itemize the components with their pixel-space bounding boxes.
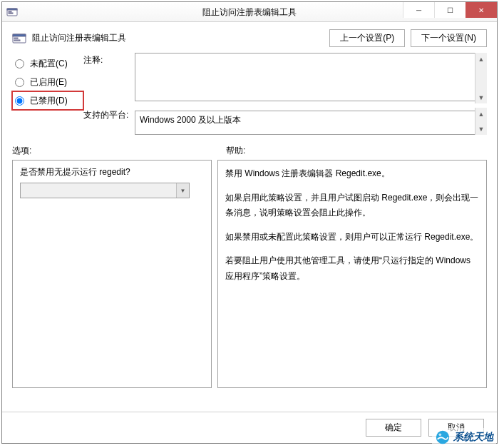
radio-not-configured[interactable]: 未配置(C) [12, 54, 83, 73]
ok-button[interactable]: 确定 [366, 419, 421, 437]
comment-textarea[interactable] [135, 53, 484, 101]
cancel-button[interactable]: 取消 [428, 419, 484, 437]
radio-enabled-label: 已启用(E) [30, 76, 67, 88]
previous-setting-button[interactable]: 上一个设置(P) [329, 29, 405, 47]
help-label: 帮助: [226, 145, 245, 157]
scroll-down-icon: ▼ [475, 123, 487, 135]
svg-rect-5 [13, 34, 26, 36]
radio-disabled-label: 已禁用(D) [30, 95, 68, 107]
option-question: 是否禁用无提示运行 regedit? [20, 166, 204, 178]
radio-enabled[interactable]: 已启用(E) [12, 73, 83, 91]
help-paragraph: 禁用 Windows 注册表编辑器 Regedit.exe。 [225, 166, 479, 182]
maximize-button[interactable]: ☐ [434, 2, 465, 18]
app-icon [6, 6, 18, 18]
close-button[interactable]: ✕ [465, 2, 497, 18]
policy-title: 阻止访问注册表编辑工具 [32, 32, 126, 44]
title-bar: 阻止访问注册表编辑工具 ─ ☐ ✕ [2, 2, 497, 22]
dialog-footer: 确定 取消 [2, 412, 497, 443]
supported-scrollbar[interactable]: ▲ ▼ [475, 108, 487, 135]
chevron-down-icon: ▼ [176, 183, 189, 198]
policy-icon [12, 31, 26, 46]
radio-disabled[interactable]: 已禁用(D) [12, 91, 83, 110]
radio-not-configured-input[interactable] [15, 59, 24, 68]
radio-enabled-input[interactable] [15, 78, 24, 87]
help-paragraph: 如果禁用或未配置此策略设置，则用户可以正常运行 Regedit.exe。 [225, 230, 479, 245]
scroll-down-icon: ▼ [475, 91, 487, 103]
comment-scrollbar[interactable]: ▲ ▼ [475, 53, 487, 103]
svg-rect-3 [9, 13, 13, 14]
scroll-up-icon: ▲ [475, 53, 487, 65]
next-setting-button[interactable]: 下一个设置(N) [411, 29, 487, 47]
radio-disabled-input[interactable] [15, 96, 24, 106]
option-dropdown[interactable]: ▼ [20, 183, 190, 198]
minimize-button[interactable]: ─ [403, 2, 434, 18]
supported-platforms-box: Windows 2000 及以上版本 [135, 111, 484, 135]
supported-platforms-value: Windows 2000 及以上版本 [140, 115, 241, 125]
help-paragraph: 如果启用此策略设置，并且用户试图启动 Regedit.exe，则会出现一条消息，… [225, 190, 479, 221]
supported-label: 支持的平台: [83, 108, 135, 135]
options-label: 选项: [12, 145, 226, 157]
help-paragraph: 若要阻止用户使用其他管理工具，请使用“只运行指定的 Windows 应用程序”策… [225, 253, 479, 284]
svg-rect-2 [9, 11, 11, 12]
radio-not-configured-label: 未配置(C) [30, 58, 68, 70]
help-panel: 禁用 Windows 注册表编辑器 Regedit.exe。 如果启用此策略设置… [217, 160, 487, 388]
svg-rect-6 [14, 38, 18, 39]
comment-label: 注释: [83, 53, 135, 103]
scroll-up-icon: ▲ [475, 108, 487, 120]
options-panel: 是否禁用无提示运行 regedit? ▼ [12, 160, 212, 388]
svg-rect-1 [7, 9, 17, 10]
svg-rect-7 [14, 40, 20, 41]
